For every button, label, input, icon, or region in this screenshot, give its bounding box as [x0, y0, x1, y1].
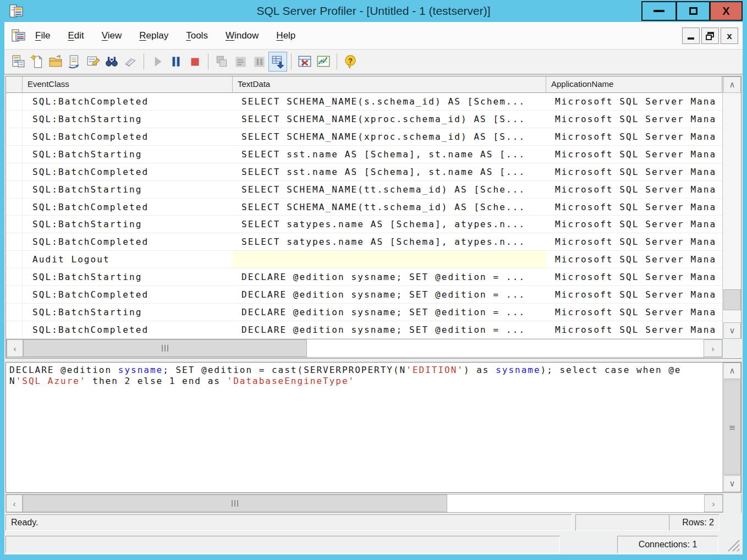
scroll-up-button[interactable]: ∧: [723, 76, 741, 93]
row-selector[interactable]: [6, 216, 23, 233]
row-selector[interactable]: [6, 93, 23, 111]
mdi-minimize-button[interactable]: [682, 28, 700, 44]
scroll-down-button[interactable]: ∨: [723, 475, 741, 492]
row-selector[interactable]: [6, 111, 23, 128]
scrollbar-thumb[interactable]: [23, 339, 307, 357]
copy-windows-icon[interactable]: [212, 52, 231, 72]
row-selector[interactable]: [6, 199, 23, 216]
execute-step-icon[interactable]: [231, 52, 250, 72]
resize-grip-icon[interactable]: [726, 538, 740, 552]
scroll-left-button[interactable]: ‹: [6, 495, 23, 512]
row-selector[interactable]: [6, 286, 23, 304]
menu-item-edit[interactable]: Edit: [68, 30, 84, 41]
table-row[interactable]: SQL:BatchStartingDECLARE @edition sysnam…: [6, 268, 722, 286]
row-selector[interactable]: [6, 181, 23, 199]
sql-server-profiler-window: SQL Server Profiler - [Untitled - 1 (tes…: [0, 0, 747, 560]
menu-item-window[interactable]: Window: [226, 30, 259, 41]
scrollbar-thumb[interactable]: [723, 289, 741, 310]
row-selector[interactable]: [6, 163, 23, 181]
cell-applicationname: Microsoft SQL Server Mana: [546, 304, 722, 321]
status-empty-panel: [575, 514, 672, 531]
column-header-applicationname[interactable]: ApplicationName: [546, 76, 722, 93]
run-trace-icon[interactable]: [148, 52, 167, 72]
eraser-icon[interactable]: [121, 52, 140, 72]
new-document-icon[interactable]: [28, 52, 46, 72]
scroll-right-button[interactable]: ›: [704, 495, 723, 512]
code-token-plain: DECLARE @edition: [9, 365, 118, 375]
grid-vertical-scrollbar[interactable]: ∧ ∨: [722, 76, 741, 339]
scrollbar-thumb[interactable]: [23, 495, 447, 512]
menu-item-tools[interactable]: Tools: [186, 30, 208, 41]
maximize-icon: [689, 7, 697, 15]
trace-document-icon: [11, 28, 26, 43]
table-row[interactable]: SQL:BatchCompletedSELECT SCHEMA_NAME(tt.…: [6, 199, 722, 216]
save-file-icon[interactable]: [65, 52, 84, 72]
row-selector[interactable]: [6, 304, 23, 321]
sql-code[interactable]: DECLARE @edition sysname; SET @edition =…: [9, 365, 719, 387]
row-selector[interactable]: [6, 128, 23, 146]
table-row[interactable]: SQL:BatchCompletedSELECT sst.name AS [Sc…: [6, 163, 722, 181]
scroll-up-button[interactable]: ∧: [723, 363, 741, 379]
detail-vertical-scrollbar[interactable]: ∧ ≡ ∨: [722, 363, 741, 492]
scroll-right-icon: ›: [712, 344, 715, 353]
column-header-eventclass[interactable]: EventClass: [23, 76, 233, 93]
menu-item-replay[interactable]: Replay: [139, 30, 168, 41]
pause-trace-icon[interactable]: [167, 52, 185, 72]
column-header-textdata[interactable]: TextData: [233, 76, 546, 93]
row-selector[interactable]: [6, 321, 23, 339]
mdi-close-button[interactable]: x: [721, 28, 738, 44]
stop-trace-icon[interactable]: [185, 52, 204, 72]
detail-horizontal-scrollbar[interactable]: ‹ ›: [6, 494, 741, 513]
scroll-left-button[interactable]: ‹: [7, 339, 23, 357]
menu-item-view[interactable]: View: [102, 30, 122, 41]
close-button[interactable]: X: [710, 1, 743, 21]
row-selector[interactable]: [6, 146, 23, 163]
table-row[interactable]: Audit LogoutMicrosoft SQL Server Mana: [6, 251, 722, 268]
table-row[interactable]: SQL:BatchCompletedSELECT SCHEMA_NAME(s.s…: [6, 93, 722, 111]
help-icon[interactable]: ?: [341, 52, 360, 72]
grid-horizontal-scrollbar[interactable]: ‹ ›: [6, 339, 741, 358]
scroll-down-button[interactable]: ∨: [723, 322, 741, 339]
table-row[interactable]: SQL:BatchCompletedSELECT SCHEMA_NAME(xpr…: [6, 128, 722, 146]
cell-applicationname: Microsoft SQL Server Mana: [546, 321, 722, 339]
connections-panel: Connections: 1: [617, 536, 718, 553]
table-row[interactable]: SQL:BatchCompletedSELECT satypes.name AS…: [6, 233, 722, 251]
menu-item-file[interactable]: File: [35, 30, 50, 41]
minimize-icon: [653, 10, 664, 12]
autoscroll-icon[interactable]: [268, 52, 287, 72]
toggle-pause-icon[interactable]: [250, 52, 268, 72]
new-trace-icon[interactable]: [9, 52, 28, 72]
mdi-restore-button[interactable]: [701, 28, 719, 44]
status-ready: Ready.: [6, 514, 572, 531]
menu-item-help[interactable]: Help: [276, 30, 295, 41]
scrollbar-thumb[interactable]: ≡: [723, 380, 741, 475]
table-row[interactable]: SQL:BatchStartingSELECT satypes.name AS …: [6, 216, 722, 233]
table-row[interactable]: SQL:BatchStartingDECLARE @edition sysnam…: [6, 304, 722, 321]
scroll-right-button[interactable]: ›: [704, 339, 722, 357]
trace-properties-icon[interactable]: [295, 52, 314, 72]
open-file-icon[interactable]: [46, 52, 65, 72]
performance-chart-icon[interactable]: [314, 52, 333, 72]
column-header-selector[interactable]: [6, 76, 23, 93]
minimize-button[interactable]: [641, 1, 677, 21]
code-token-keyword: sysname: [496, 365, 540, 375]
toolbar-separator: [144, 53, 144, 70]
table-row[interactable]: SQL:BatchStartingSELECT SCHEMA_NAME(tt.s…: [6, 181, 722, 199]
table-row[interactable]: SQL:BatchStartingSELECT sst.name AS [Sch…: [6, 146, 722, 163]
table-row[interactable]: SQL:BatchCompletedDECLARE @edition sysna…: [6, 286, 722, 304]
maximize-button[interactable]: [676, 1, 710, 21]
row-selector[interactable]: [6, 268, 23, 286]
grid-rows: SQL:BatchCompletedSELECT SCHEMA_NAME(s.s…: [6, 93, 722, 339]
app-status-bar: Connections: 1: [4, 535, 743, 554]
row-selector[interactable]: [6, 233, 23, 251]
scroll-up-icon: ∧: [729, 366, 735, 376]
menu-list: FileEditViewReplayToolsWindowHelp: [35, 22, 295, 50]
file-properties-icon[interactable]: [84, 52, 102, 72]
table-row[interactable]: SQL:BatchCompletedDECLARE @edition sysna…: [6, 321, 722, 339]
scrollbar-track[interactable]: [723, 93, 741, 322]
table-row[interactable]: SQL:BatchStartingSELECT SCHEMA_NAME(xpro…: [6, 111, 722, 128]
find-icon[interactable]: [102, 52, 121, 72]
cell-textdata: SELECT satypes.name AS [Schema], atypes.…: [233, 233, 546, 251]
titlebar: SQL Server Profiler - [Untitled - 1 (tes…: [0, 0, 747, 22]
row-selector[interactable]: [6, 251, 23, 268]
